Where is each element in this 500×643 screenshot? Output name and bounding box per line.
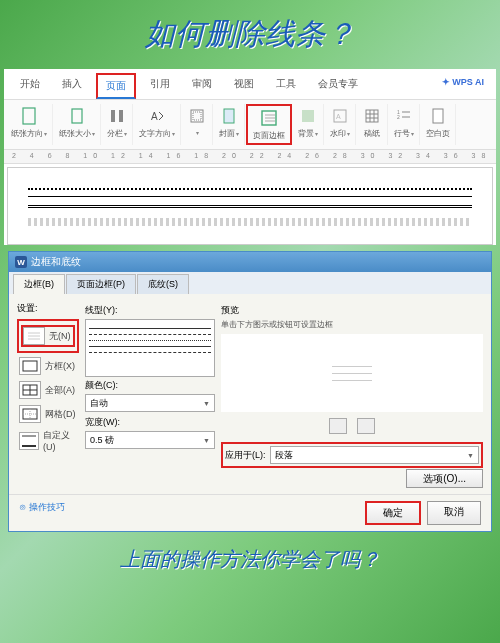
background-button[interactable]: 背景▾ [293,104,324,145]
settings-column: 设置: 无(N) 方框(X) 全部(A) 网格(D) 自定义(U) [17,302,79,486]
custom-icon [19,432,39,450]
wavy-line [28,218,472,226]
lineno-icon: 12 [394,106,414,126]
preview-box[interactable] [221,334,483,412]
svg-rect-7 [224,109,234,123]
svg-rect-0 [23,108,35,124]
svg-rect-15 [366,110,378,122]
lineno-button[interactable]: 12行号▾ [389,104,420,145]
paper-size-button[interactable]: 纸张大小▾ [54,104,101,145]
dotted-line [28,188,472,190]
dropdown-icon: ▼ [467,452,474,459]
tab-page[interactable]: 页面 [96,73,136,99]
tips-link[interactable]: ⊙ 操作技巧 [19,501,65,525]
line-style-list[interactable] [85,319,215,377]
wps-ai[interactable]: ✦ WPS AI [438,73,488,99]
svg-rect-3 [119,110,123,122]
columns-icon [107,106,127,126]
dialog-footer: ⊙ 操作技巧 确定 取消 [9,494,491,531]
box-icon [19,357,41,375]
svg-rect-2 [111,110,115,122]
solid-line [28,196,472,197]
ruler: 2 4 6 8 10 12 14 16 18 20 22 24 26 28 30… [4,150,496,164]
cancel-button[interactable]: 取消 [427,501,481,525]
setting-box[interactable]: 方框(X) [17,355,79,377]
none-icon [23,327,45,345]
svg-text:2: 2 [397,114,400,120]
tutorial-title: 如何删除线条？ [0,0,500,69]
grid-icon [19,405,41,423]
width-combo[interactable]: 0.5 磅▼ [85,431,215,449]
svg-text:A: A [151,111,158,122]
svg-rect-6 [193,112,201,120]
dialog-titlebar[interactable]: W 边框和底纹 [9,252,491,272]
svg-rect-28 [23,361,37,371]
dropdown-icon: ▼ [203,400,210,407]
apply-combo[interactable]: 段落▼ [270,446,480,464]
ribbon-tabs: 开始 插入 页面 引用 审阅 视图 工具 会员专享 ✦ WPS AI [4,69,496,100]
blank-icon [428,106,448,126]
options-button[interactable]: 选项(O)... [406,469,483,488]
watermark-button[interactable]: A水印▾ [325,104,356,145]
bg-icon [298,106,318,126]
ribbon-toolbar: 纸张方向▾ 纸张大小▾ 分栏▾ A文字方向▾ ▾ 封面▾ 页面边框 背景▾ A水… [4,100,496,150]
tab-border[interactable]: 边框(B) [13,274,65,294]
paper-orient-button[interactable]: 纸张方向▾ [6,104,53,145]
textdir-button[interactable]: A文字方向▾ [134,104,181,145]
tab-vip[interactable]: 会员专享 [310,73,366,99]
tab-ref[interactable]: 引用 [142,73,178,99]
dropdown-icon: ▼ [203,437,210,444]
document-area[interactable] [7,167,493,245]
style-column: 线型(Y): 颜色(C): 自动▼ 宽度(W): 0.5 磅▼ [85,302,215,486]
blank-button[interactable]: 空白页 [421,104,456,145]
border-shading-dialog: W 边框和底纹 边框(B) 页面边框(P) 底纹(S) 设置: 无(N) 方框(… [8,251,492,532]
dialog-tabs: 边框(B) 页面边框(P) 底纹(S) [9,272,491,294]
size-icon [67,106,87,126]
tutorial-footer: 上面的操作方法你学会了吗？ [0,532,500,587]
page-border-button[interactable]: 页面边框 [246,104,292,145]
dialog-body: 设置: 无(N) 方框(X) 全部(A) 网格(D) 自定义(U) 线型(Y):… [9,294,491,494]
setting-grid[interactable]: 网格(D) [17,403,79,425]
cover-icon [219,106,239,126]
tab-shading[interactable]: 底纹(S) [137,274,189,294]
margins-button[interactable]: ▾ [182,104,213,145]
tab-review[interactable]: 审阅 [184,73,220,99]
tab-tools[interactable]: 工具 [268,73,304,99]
wps-window: 开始 插入 页面 引用 审阅 视图 工具 会员专享 ✦ WPS AI 纸张方向▾… [4,69,496,245]
color-combo[interactable]: 自动▼ [85,394,215,412]
textdir-icon: A [147,106,167,126]
manuscript-button[interactable]: 稿纸 [357,104,388,145]
border-icon [259,108,279,128]
mpaper-icon [362,106,382,126]
tab-pageborder[interactable]: 页面边框(P) [66,274,136,294]
preview-column: 预览 单击下方图示或按钮可设置边框 应用于(L): 段落▼ 选项(O)... [221,302,483,486]
orient-icon [19,106,39,126]
svg-rect-12 [302,110,314,122]
tab-start[interactable]: 开始 [12,73,48,99]
all-icon [19,381,41,399]
border-top-btn[interactable] [329,418,347,434]
word-icon: W [15,256,27,268]
columns-button[interactable]: 分栏▾ [102,104,133,145]
svg-rect-1 [72,109,82,123]
border-bottom-btn[interactable] [357,418,375,434]
setting-all[interactable]: 全部(A) [17,379,79,401]
wm-icon: A [330,106,350,126]
svg-text:A: A [336,113,341,120]
setting-custom[interactable]: 自定义(U) [17,427,79,454]
tab-insert[interactable]: 插入 [54,73,90,99]
setting-none[interactable]: 无(N) [21,325,75,347]
cover-button[interactable]: 封面▾ [214,104,245,145]
margins-icon [187,106,207,126]
double-line [28,205,472,208]
tab-view[interactable]: 视图 [226,73,262,99]
svg-rect-24 [433,109,443,123]
ok-button[interactable]: 确定 [365,501,421,525]
